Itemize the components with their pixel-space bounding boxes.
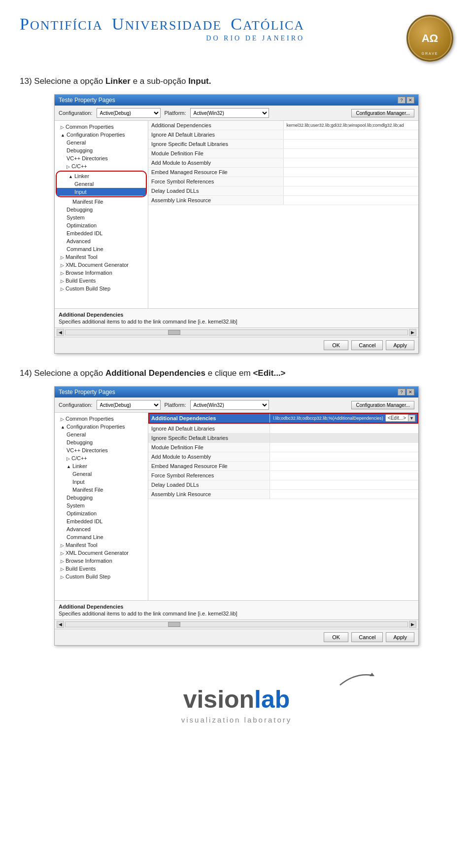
platform-select2[interactable]: Active(Win32) — [190, 400, 269, 410]
tree2-item-debugging2[interactable]: Debugging — [55, 494, 148, 502]
prop-value — [283, 177, 418, 186]
table-row[interactable]: Ignore Specific Default Libraries — [148, 433, 418, 442]
tree-item-manifest-tool[interactable]: ▷Manifest Tool — [55, 253, 148, 261]
tree-item-build-events[interactable]: ▷Build Events — [55, 277, 148, 285]
apply-button2[interactable]: Apply — [386, 632, 414, 642]
tree2-item-cmdline[interactable]: Command Line — [55, 533, 148, 541]
prop-name: Embed Managed Resource File — [148, 168, 283, 177]
ok-button2[interactable]: OK — [324, 632, 348, 642]
tree-item-custom-build[interactable]: ▷Custom Build Step — [55, 285, 148, 292]
tree-item-common[interactable]: ▷Common Properties — [55, 123, 148, 131]
platform-select[interactable]: Active(Win32) — [190, 108, 269, 118]
config-manager-button2[interactable]: Configuration Manager... — [351, 401, 414, 409]
prop-name: Assembly Link Resource — [148, 489, 270, 499]
prop-value — [270, 424, 418, 433]
prop-value — [270, 461, 418, 470]
logo-subtitle: visualization laboratory — [181, 716, 292, 724]
tree2-item-debugging[interactable]: Debugging — [55, 438, 148, 446]
tree2-item-browse[interactable]: ▷Browse Information — [55, 557, 148, 565]
table-row[interactable]: Ignore All Default Libraries — [148, 130, 418, 140]
cancel-button1[interactable]: Cancel — [351, 340, 383, 350]
table-row[interactable]: Add Module to Assembly — [148, 452, 418, 461]
tree-item-config[interactable]: ▲Configuration Properties — [55, 131, 148, 139]
tree-item-input[interactable]: Input — [57, 188, 146, 196]
tree2-item-optimization[interactable]: Optimization — [55, 509, 148, 517]
tree-item-browse[interactable]: ▷Browse Information — [55, 269, 148, 277]
tree2-item-input[interactable]: Input — [55, 478, 148, 486]
table-row[interactable]: Add Module to Assembly — [148, 158, 418, 168]
prop-name: Ignore Specific Default Libraries — [148, 433, 270, 442]
config-manager-button[interactable]: Configuration Manager... — [351, 109, 414, 117]
table-row[interactable]: Assembly Link Resource — [148, 196, 418, 205]
tree-item-vcdirs[interactable]: VC++ Directories — [55, 154, 148, 162]
close-button[interactable]: ✕ — [406, 97, 414, 104]
scroll-track[interactable] — [65, 329, 408, 335]
tree-item-advanced[interactable]: Advanced — [55, 237, 148, 245]
tree-item-cmdline[interactable]: Command Line — [55, 245, 148, 253]
prop-name: Assembly Link Resource — [148, 196, 283, 205]
table-row[interactable]: Ignore All Default Libraries — [148, 424, 418, 433]
help-button[interactable]: ? — [398, 97, 405, 104]
tree2-item-manifest-tool[interactable]: ▷Manifest Tool — [55, 541, 148, 549]
tree-item-debugging2[interactable]: Debugging — [55, 206, 148, 214]
tree2-item-config[interactable]: ▲Configuration Properties — [55, 423, 148, 431]
prop-name: Ignore Specific Default Libraries — [148, 140, 283, 149]
cancel-button2[interactable]: Cancel — [351, 632, 383, 642]
tree2-item-system[interactable]: System — [55, 502, 148, 509]
tree-item-optimization[interactable]: Optimization — [55, 221, 148, 229]
table-row[interactable]: Ignore Specific Default Libraries — [148, 140, 418, 149]
config-select2[interactable]: Active(Debug) — [97, 400, 161, 410]
tree2-item-build-events[interactable]: ▷Build Events — [55, 565, 148, 573]
scroll2-left[interactable]: ◀ — [57, 621, 64, 628]
tree2-item-linker[interactable]: ▲Linker — [55, 462, 148, 470]
table-row[interactable]: Additional Dependencies kernel32.lib;use… — [148, 121, 418, 130]
table-row[interactable]: Embed Managed Resource File — [148, 461, 418, 470]
tree-item-linker-general[interactable]: General — [57, 180, 146, 188]
table-row[interactable]: Delay Loaded DLLs — [148, 186, 418, 196]
tree-item-debugging[interactable]: Debugging — [55, 146, 148, 154]
tree2-item-advanced[interactable]: Advanced — [55, 525, 148, 533]
table-row[interactable]: Embed Managed Resource File — [148, 168, 418, 177]
help-button2[interactable]: ? — [398, 389, 405, 396]
table-row[interactable]: Assembly Link Resource — [148, 489, 418, 499]
scroll-right[interactable]: ▶ — [409, 329, 416, 336]
tree-item-manifest-file[interactable]: Manifest File — [55, 198, 148, 206]
table-row-selected[interactable]: Additional Dependencies l.lib;odbc32.lib… — [148, 413, 418, 424]
tree2-item-embedded-idl[interactable]: Embedded IDL — [55, 517, 148, 525]
config-label: Configuration: — [59, 110, 93, 116]
tree-item-linker[interactable]: ▲Linker — [57, 172, 146, 180]
tree-item-cpp[interactable]: ▷C/C++ — [55, 162, 148, 170]
tree2-item-linker-general[interactable]: General — [55, 470, 148, 478]
config-label2: Configuration: — [59, 402, 93, 408]
tree-item-system[interactable]: System — [55, 214, 148, 221]
table-row[interactable]: Force Symbol References — [148, 470, 418, 480]
dialog1-footer: OK Cancel Apply — [55, 337, 418, 353]
tree2-item-cpp[interactable]: ▷C/C++ — [55, 454, 148, 462]
scroll-left[interactable]: ◀ — [57, 329, 64, 336]
tree2-item-custom-build[interactable]: ▷Custom Build Step — [55, 573, 148, 580]
apply-button1[interactable]: Apply — [386, 340, 414, 350]
close-button2[interactable]: ✕ — [406, 389, 414, 396]
scroll2-track[interactable] — [65, 621, 408, 627]
prop-name: Add Module to Assembly — [148, 452, 270, 461]
dialog1-toolbar: Configuration: Active(Debug) Platform: A… — [55, 106, 418, 121]
tree-item-general[interactable]: General — [55, 139, 148, 146]
dialog2-title-buttons: ? ✕ — [398, 389, 414, 396]
tree-item-xml-doc[interactable]: ▷XML Document Generator — [55, 261, 148, 269]
prop-value — [270, 489, 418, 499]
rio-subtitle: DO RIO DE JANEIRO — [20, 35, 304, 42]
tree2-item-manifest-file[interactable]: Manifest File — [55, 486, 148, 494]
config-select[interactable]: Active(Debug) — [97, 108, 161, 118]
table-row[interactable]: Module Definition File — [148, 149, 418, 158]
tree2-item-vcdirs[interactable]: VC++ Directories — [55, 446, 148, 454]
ok-button1[interactable]: OK — [324, 340, 348, 350]
tree2-item-general[interactable]: General — [55, 431, 148, 438]
table-row[interactable]: Force Symbol References — [148, 177, 418, 186]
table-row[interactable]: Module Definition File — [148, 442, 418, 452]
tree2-item-xml-doc[interactable]: ▷XML Document Generator — [55, 549, 148, 557]
tree2-item-common[interactable]: ▷Common Properties — [55, 415, 148, 423]
table-row[interactable]: Delay Loaded DLLs — [148, 480, 418, 489]
tree-item-embedded-idl[interactable]: Embedded IDL — [55, 229, 148, 237]
scroll2-right[interactable]: ▶ — [409, 621, 416, 628]
prop-value — [283, 140, 418, 149]
